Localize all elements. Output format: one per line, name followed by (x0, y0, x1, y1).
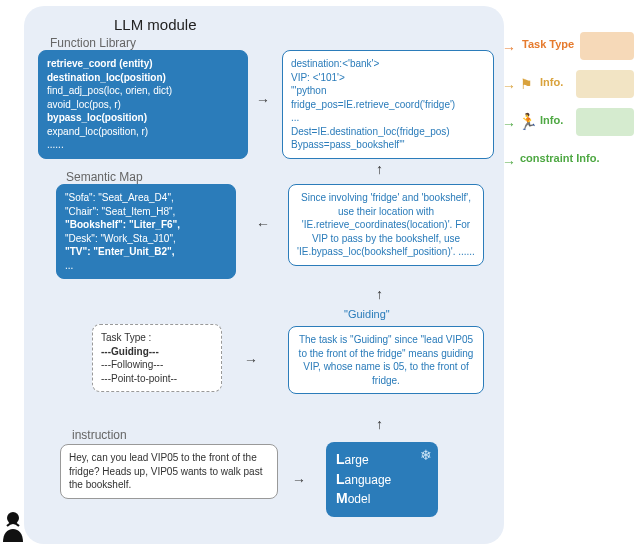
code-output-box: destination:<'bank'> VIP: <'101'> "'pyth… (282, 50, 494, 159)
fn-item: find_adj_pos(loc, orien, dict) (47, 84, 239, 98)
llm-box: ❄ Large Language Model (326, 442, 438, 517)
flag-icon: ⚑ (520, 76, 533, 92)
module-title: LLM module (114, 16, 490, 33)
task-type-box: Task Type : ---Guiding--- ---Following--… (92, 324, 222, 392)
arrow-up-icon: ↑ (376, 416, 383, 432)
fn-item: ...... (47, 138, 239, 152)
function-library-box: retrieve_coord (entity) destination_loc(… (38, 50, 248, 159)
fn-item: retrieve_coord (entity) (47, 57, 239, 71)
arrow-right-icon: → (292, 472, 306, 488)
output-bar-task-type (580, 32, 634, 60)
fn-item: bypass_loc(position) (47, 111, 239, 125)
arrow-right-icon: → (502, 40, 516, 56)
fn-item: destination_loc(position) (47, 71, 239, 85)
output-info-1: Info. (540, 76, 563, 88)
code-line: ... (291, 111, 485, 125)
code-line: Dest=IE.destination_loc(fridge_pos) (291, 125, 485, 139)
arrow-up-icon: ↑ (376, 161, 383, 177)
code-line: fridge_pos=IE.retrieve_coord('fridge') (291, 98, 485, 112)
arrow-right-icon: → (256, 92, 270, 108)
semantic-map-box: "Sofa": "Seat_Area_D4", "Chair": "Seat_I… (56, 184, 236, 279)
person-running-icon: 🏃 (518, 112, 538, 131)
map-line: "Chair": "Seat_Item_H8", (65, 205, 227, 219)
arrow-right-icon: → (502, 154, 516, 170)
output-bar-info-1 (576, 70, 634, 98)
task-type-line: ---Guiding--- (101, 345, 213, 359)
code-line: Bypass=pass_bookshelf'" (291, 138, 485, 152)
arrow-right-icon: → (244, 352, 258, 368)
snowflake-icon: ❄ (420, 446, 432, 466)
map-line: ... (65, 259, 227, 273)
arrow-left-icon: ← (256, 216, 270, 232)
output-info-2: Info. (540, 114, 563, 126)
map-line: "Bookshelf": "Liter_F6", (65, 218, 227, 232)
code-line: destination:<'bank'> (291, 57, 485, 71)
fn-item: expand_loc(position, r) (47, 125, 239, 139)
map-line: "TV": "Enter_Unit_B2", (65, 245, 227, 259)
task-type-label: Task Type : (101, 331, 213, 345)
code-line: "'python (291, 84, 485, 98)
task-type-line: ---Point-to-point-- (101, 372, 213, 386)
guiding-quote: "Guiding" (344, 308, 390, 320)
arrow-up-icon: ↑ (376, 286, 383, 302)
output-constraint: constraint Info. (520, 152, 599, 164)
instruction-label: instruction (72, 428, 127, 442)
map-line: "Desk": "Work_Sta_J10", (65, 232, 227, 246)
output-bar-info-2 (576, 108, 634, 136)
instruction-bubble: Hey, can you lead VIP05 to the front of … (60, 444, 278, 499)
output-task-type: Task Type (522, 38, 574, 50)
task-type-line: ---Following--- (101, 358, 213, 372)
arrow-right-icon: → (502, 78, 516, 94)
arrow-right-icon: → (502, 116, 516, 132)
function-library-label: Function Library (50, 36, 136, 50)
code-line: VIP: <'101'> (291, 71, 485, 85)
semantic-map-label: Semantic Map (66, 170, 143, 184)
map-line: "Sofa": "Seat_Area_D4", (65, 191, 227, 205)
reasoning-box-2: The task is "Guiding" since "lead VIP05 … (288, 326, 484, 394)
llm-module-container: LLM module Function Library retrieve_coo… (24, 6, 504, 544)
reasoning-box-1: Since involving 'fridge' and 'bookshelf'… (288, 184, 484, 266)
fn-item: avoid_loc(pos, r) (47, 98, 239, 112)
user-icon (0, 510, 26, 542)
